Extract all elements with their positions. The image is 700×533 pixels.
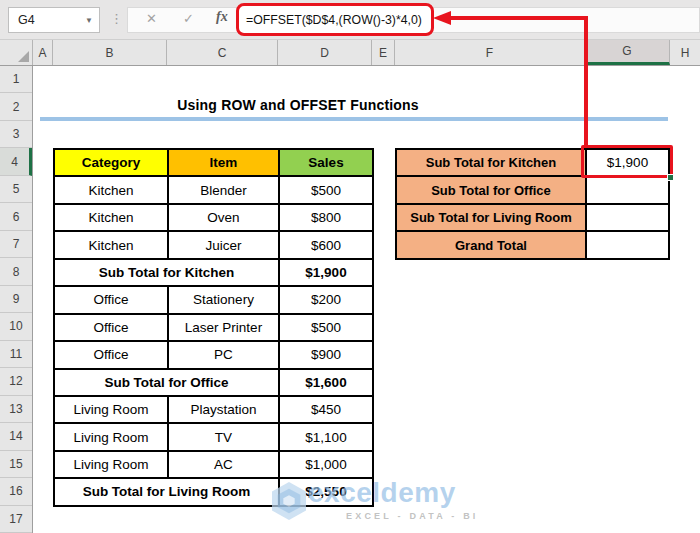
row-header-17[interactable]: 17 bbox=[0, 506, 32, 533]
row-header-7[interactable]: 7 bbox=[0, 231, 32, 258]
cell-subtotal-label[interactable]: Sub Total for Living Room bbox=[55, 479, 280, 506]
watermark-tagline: EXCEL - DATA - BI bbox=[346, 511, 479, 521]
cell-item[interactable]: PC bbox=[169, 342, 280, 369]
cell-category[interactable]: Kitchen bbox=[55, 232, 169, 259]
fill-handle[interactable] bbox=[667, 174, 674, 181]
column-header-f[interactable]: F bbox=[395, 40, 585, 65]
cell-item[interactable]: AC bbox=[169, 452, 280, 479]
cell-subtotal-label[interactable]: Sub Total for Kitchen bbox=[55, 260, 280, 287]
cell-summary-label[interactable]: Sub Total for Kitchen bbox=[397, 150, 587, 177]
cell-summary-value[interactable] bbox=[587, 205, 670, 232]
annotation-arrow-vertical bbox=[584, 16, 588, 146]
row-header-1[interactable]: 1 bbox=[0, 66, 32, 93]
row-header-16[interactable]: 16 bbox=[0, 478, 32, 505]
row-header-14[interactable]: 14 bbox=[0, 423, 32, 450]
cell-category[interactable]: Living Room bbox=[55, 424, 169, 451]
cell-item[interactable]: Blender bbox=[169, 177, 280, 204]
row-header-6[interactable]: 6 bbox=[0, 203, 32, 230]
row-header-10[interactable]: 10 bbox=[0, 313, 32, 340]
watermark-brand: exceldemy bbox=[308, 477, 456, 509]
cell-category[interactable]: Living Room bbox=[55, 452, 169, 479]
cell-category[interactable]: Living Room bbox=[55, 397, 169, 424]
cell-item-header[interactable]: Item bbox=[169, 150, 280, 177]
row-header-bar: 1 2 3 4 5 6 7 8 9 10 11 12 13 14 15 16 1… bbox=[0, 66, 33, 533]
title-underline bbox=[40, 117, 668, 121]
name-box[interactable]: G4 ▼ bbox=[8, 7, 100, 33]
cell-subtotal-value[interactable]: $1,600 bbox=[280, 370, 374, 397]
row-header-4-selected[interactable]: 4 bbox=[0, 148, 32, 175]
row-header-15[interactable]: 15 bbox=[0, 451, 32, 478]
cell-sales[interactable]: $500 bbox=[280, 315, 374, 342]
row-header-13[interactable]: 13 bbox=[0, 396, 32, 423]
row-header-9[interactable]: 9 bbox=[0, 286, 32, 313]
sales-table: Category Item Sales Kitchen Blender $500… bbox=[53, 148, 374, 507]
cell-sales[interactable]: $500 bbox=[280, 177, 374, 204]
cell-sales[interactable]: $450 bbox=[280, 397, 374, 424]
cell-sales-header[interactable]: Sales bbox=[280, 150, 374, 177]
more-options-icon[interactable]: ⋮ bbox=[110, 11, 123, 26]
insert-function-icon[interactable]: fx bbox=[216, 10, 228, 24]
row-header-5[interactable]: 5 bbox=[0, 176, 32, 203]
row-header-11[interactable]: 11 bbox=[0, 341, 32, 368]
select-all-corner[interactable] bbox=[0, 40, 33, 65]
cell-category[interactable]: Kitchen bbox=[55, 205, 169, 232]
cell-sales[interactable]: $1,000 bbox=[280, 452, 374, 479]
cell-summary-label[interactable]: Grand Total bbox=[397, 232, 587, 259]
row-header-8[interactable]: 8 bbox=[0, 258, 32, 285]
cell-summary-label[interactable]: Sub Total for Living Room bbox=[397, 205, 587, 232]
column-header-a[interactable]: A bbox=[33, 40, 53, 65]
enter-icon[interactable]: ✓ bbox=[183, 12, 194, 26]
cell-sales[interactable]: $600 bbox=[280, 232, 374, 259]
row-header-2[interactable]: 2 bbox=[0, 93, 32, 120]
column-header-e[interactable]: E bbox=[372, 40, 395, 65]
row-header-3[interactable]: 3 bbox=[0, 121, 32, 148]
select-all-triangle-icon bbox=[18, 51, 29, 62]
formula-highlight-box: =OFFSET($D$4,(ROW()-3)*4,0) bbox=[236, 3, 434, 36]
cell-item[interactable]: Playstation bbox=[169, 397, 280, 424]
cancel-icon[interactable]: ✕ bbox=[146, 12, 157, 26]
cell-item[interactable]: Laser Printer bbox=[169, 315, 280, 342]
cell-sales[interactable]: $200 bbox=[280, 287, 374, 314]
column-header-c[interactable]: C bbox=[167, 40, 278, 65]
annotation-arrow-horizontal bbox=[449, 16, 588, 20]
cell-summary-value[interactable] bbox=[587, 177, 670, 204]
cell-sales[interactable]: $800 bbox=[280, 205, 374, 232]
cell-category[interactable]: Kitchen bbox=[55, 177, 169, 204]
cell-item[interactable]: Oven bbox=[169, 205, 280, 232]
cell-category[interactable]: Office bbox=[55, 287, 169, 314]
formula-text[interactable]: =OFFSET($D$4,(ROW()-3)*4,0) bbox=[246, 13, 422, 27]
cell-item[interactable]: Juicer bbox=[169, 232, 280, 259]
cell-sales[interactable]: $900 bbox=[280, 342, 374, 369]
exceldemy-logo-icon bbox=[272, 482, 306, 520]
page-title: Using ROW and OFFSET Functions bbox=[53, 97, 543, 113]
cell-sales[interactable]: $1,100 bbox=[280, 424, 374, 451]
selected-cell-highlight bbox=[581, 145, 673, 178]
column-header-h[interactable]: H bbox=[670, 40, 700, 65]
cell-subtotal-label[interactable]: Sub Total for Office bbox=[55, 370, 280, 397]
cell-category[interactable]: Office bbox=[55, 342, 169, 369]
cell-summary-label[interactable]: Sub Total for Office bbox=[397, 177, 587, 204]
excel-window: G4 ▼ ⋮ ✕ ✓ fx =OFFSET($D$4,(ROW()-3)*4,0… bbox=[0, 0, 700, 533]
formula-toolbar: G4 ▼ ⋮ ✕ ✓ fx =OFFSET($D$4,(ROW()-3)*4,0… bbox=[0, 0, 700, 40]
row-header-12[interactable]: 12 bbox=[0, 368, 32, 395]
name-box-value: G4 bbox=[18, 13, 35, 27]
column-header-bar: A B C D E F G H bbox=[0, 40, 700, 66]
cell-category-header[interactable]: Category bbox=[55, 150, 169, 177]
chevron-down-icon[interactable]: ▼ bbox=[85, 16, 93, 25]
cell-item[interactable]: TV bbox=[169, 424, 280, 451]
column-header-b[interactable]: B bbox=[53, 40, 167, 65]
cell-category[interactable]: Office bbox=[55, 315, 169, 342]
cell-subtotal-value[interactable]: $1,900 bbox=[280, 260, 374, 287]
column-header-g-selected[interactable]: G bbox=[585, 40, 670, 65]
cell-summary-value[interactable] bbox=[587, 232, 670, 259]
cell-item[interactable]: Stationery bbox=[169, 287, 280, 314]
column-header-d[interactable]: D bbox=[278, 40, 372, 65]
